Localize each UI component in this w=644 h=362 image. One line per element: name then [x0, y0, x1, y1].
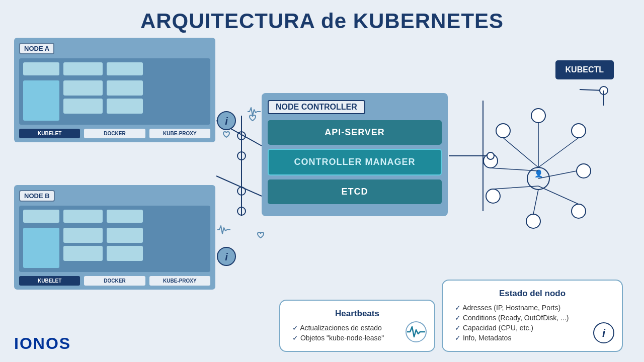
pod-box — [63, 99, 103, 114]
controller-manager-btn: CONTROLLER MANAGER — [268, 149, 442, 175]
svg-line-36 — [491, 168, 538, 171]
svg-point-6 — [237, 132, 246, 140]
pod-col-b2 — [63, 210, 103, 268]
estado-title: Estado del nodo — [452, 289, 613, 299]
svg-point-22 — [531, 109, 545, 123]
svg-text:i: i — [602, 327, 606, 339]
svg-line-33 — [538, 186, 579, 204]
pod-box — [107, 62, 143, 75]
info-icon: i — [593, 322, 615, 346]
svg-point-12 — [217, 247, 235, 265]
pod-col-2 — [63, 62, 103, 121]
kubectl-box: KUBECTL — [555, 60, 614, 79]
svg-point-21 — [496, 124, 510, 138]
svg-line-29 — [503, 138, 538, 167]
node-a-inner — [19, 58, 210, 125]
node-b-inner — [19, 206, 210, 272]
svg-line-35 — [493, 186, 538, 189]
svg-point-9 — [237, 207, 246, 215]
pod-box — [63, 228, 103, 243]
pod-box — [107, 80, 143, 96]
svg-point-8 — [237, 187, 246, 195]
heartbeats-card: Heartbeats Actualizaciones de estado Obj… — [279, 300, 435, 352]
node-b-panel: NODE B KUBELET DOCKER KUBE-PROXY — [14, 185, 215, 290]
pod-box — [23, 62, 59, 75]
heartbeats-title: Heartbeats — [289, 309, 425, 319]
svg-text:👤: 👤 — [534, 169, 543, 178]
pod-box — [107, 210, 143, 223]
pod-col-3 — [107, 62, 143, 121]
pod-box — [107, 228, 143, 243]
node-b-footer: KUBELET DOCKER KUBE-PROXY — [19, 276, 210, 286]
svg-point-26 — [526, 214, 540, 228]
svg-line-31 — [538, 138, 579, 167]
pod-box — [107, 246, 143, 261]
estado-card: Estado del nodo Adresses (IP, Hostname, … — [442, 280, 623, 352]
svg-point-38 — [487, 152, 494, 159]
controller-label: NODE CONTROLLER — [268, 100, 365, 114]
heartbeat-icon — [405, 321, 427, 345]
pod-box — [63, 62, 103, 75]
pod-col-1 — [23, 62, 59, 121]
node-a-label: NODE A — [19, 43, 54, 54]
pod-box — [23, 210, 59, 223]
kubelet-btn-b: KUBELET — [19, 276, 80, 286]
svg-line-16 — [580, 89, 604, 90]
pod-box — [63, 80, 103, 96]
kubelet-btn-a: KUBELET — [19, 129, 80, 138]
svg-point-23 — [572, 124, 586, 138]
controller-panel: NODE CONTROLLER API-SERVER CONTROLLER MA… — [262, 93, 448, 216]
svg-line-34 — [533, 190, 538, 214]
ionos-logo: IONOS — [14, 334, 71, 353]
svg-text:i: i — [225, 116, 228, 127]
pod-box — [23, 80, 59, 121]
estado-item-3: Capacidad (CPU, etc.) — [452, 324, 613, 332]
page-title: ARQUITECTURA de KUBERNETES — [0, 0, 644, 33]
pod-box — [63, 246, 103, 261]
pod-box — [63, 210, 103, 223]
estado-item-4: Info, Metadatos — [452, 334, 613, 342]
node-a-panel: NODE A KUBELET DOCKER KUBE-PROXY — [14, 38, 215, 142]
kube-proxy-btn-a: KUBE-PROXY — [149, 129, 210, 138]
pod-col-b1 — [23, 210, 59, 268]
api-server-btn: API-SERVER — [268, 120, 442, 145]
node-a-footer: KUBELET DOCKER KUBE-PROXY — [19, 129, 210, 138]
svg-point-7 — [237, 152, 246, 160]
docker-btn-a: DOCKER — [84, 129, 145, 138]
pod-box — [23, 228, 59, 268]
docker-btn-b: DOCKER — [84, 276, 145, 286]
svg-point-10 — [217, 112, 235, 130]
pod-col-b3 — [107, 210, 143, 268]
svg-text:i: i — [225, 251, 228, 262]
svg-point-25 — [572, 204, 586, 218]
estado-item-2: Conditions (Ready, OutOfDisk, ...) — [452, 314, 613, 322]
estado-item-1: Adresses (IP, Hostname, Ports) — [452, 304, 613, 312]
svg-point-17 — [600, 86, 608, 95]
svg-line-4 — [216, 176, 262, 196]
svg-point-19 — [527, 167, 549, 190]
svg-line-3 — [216, 121, 262, 146]
etcd-btn: ETCD — [268, 179, 442, 204]
svg-point-27 — [486, 189, 500, 203]
node-b-label: NODE B — [19, 190, 55, 202]
kube-proxy-btn-b: KUBE-PROXY — [149, 276, 210, 286]
pod-box — [107, 99, 143, 114]
svg-line-32 — [538, 171, 577, 178]
svg-point-24 — [577, 164, 591, 178]
svg-point-28 — [484, 154, 498, 168]
